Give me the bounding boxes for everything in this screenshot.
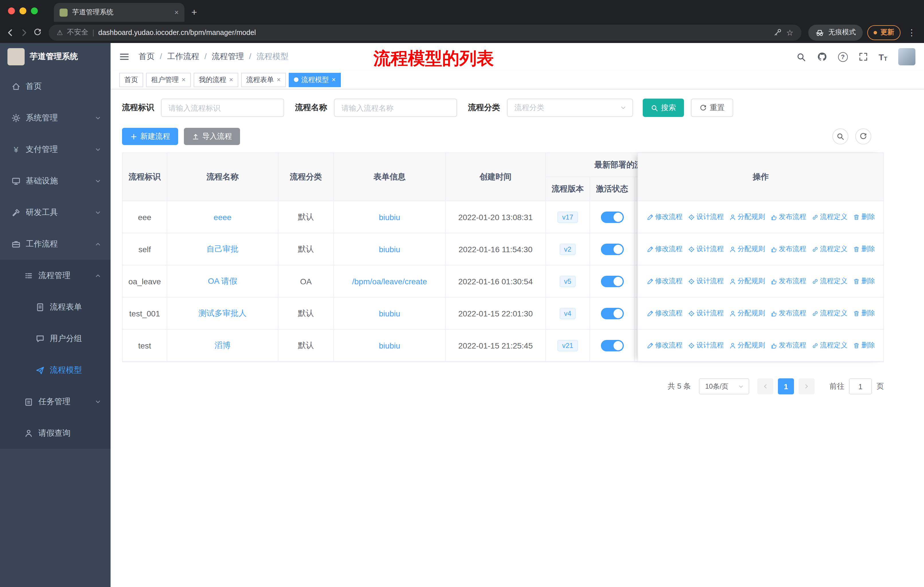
minimize-window-button[interactable]: [20, 7, 26, 14]
sidebar-item-process-management[interactable]: 流程管理: [0, 260, 111, 291]
tag-process-form[interactable]: 流程表单×: [241, 73, 286, 87]
delete-link[interactable]: 删除: [853, 212, 875, 222]
prev-page-button[interactable]: [757, 378, 773, 394]
close-icon[interactable]: ×: [277, 76, 281, 84]
breadcrumb-workflow[interactable]: 工作流程: [167, 51, 212, 62]
active-toggle[interactable]: [601, 275, 624, 287]
model-name-link[interactable]: 测试多审批人: [198, 308, 247, 318]
search-button[interactable]: 搜索: [643, 99, 684, 117]
publish-process-link[interactable]: 发布流程: [770, 308, 806, 318]
sidebar-item-payment[interactable]: ¥ 支付管理: [0, 134, 111, 165]
design-process-link[interactable]: 设计流程: [688, 341, 724, 350]
form-link[interactable]: biubiu: [379, 309, 401, 318]
refresh-table-button[interactable]: [855, 128, 871, 144]
new-tab-button[interactable]: +: [191, 7, 197, 18]
next-page-button[interactable]: [799, 378, 815, 394]
reload-icon[interactable]: [33, 28, 42, 37]
sidebar-collapse-icon[interactable]: [119, 51, 129, 62]
browser-menu-icon[interactable]: ⋮: [905, 27, 918, 38]
sidebar-item-devtools[interactable]: 研发工具: [0, 197, 111, 228]
model-name-link[interactable]: OA 请假: [208, 276, 238, 286]
tab-close-icon[interactable]: ×: [175, 8, 179, 17]
github-icon[interactable]: [817, 51, 827, 62]
assign-rule-link[interactable]: 分配规则: [729, 341, 765, 350]
delete-link[interactable]: 删除: [853, 308, 875, 318]
create-process-button[interactable]: 新建流程: [122, 128, 178, 145]
process-definition-link[interactable]: 流程定义: [812, 308, 848, 318]
sidebar-item-home[interactable]: 首页: [0, 71, 111, 102]
sidebar-item-system[interactable]: 系统管理: [0, 102, 111, 134]
close-icon[interactable]: ×: [332, 76, 336, 84]
category-select[interactable]: 流程分类: [507, 99, 633, 117]
tag-home[interactable]: 首页: [119, 73, 143, 87]
sidebar-item-task-management[interactable]: 任务管理: [0, 386, 111, 417]
model-name-link[interactable]: 自己审批: [206, 244, 239, 254]
window-controls[interactable]: [0, 0, 46, 22]
process-key-input[interactable]: [161, 99, 284, 117]
process-definition-link[interactable]: 流程定义: [812, 212, 848, 222]
model-name-link[interactable]: 滔博: [214, 340, 231, 351]
key-icon[interactable]: [774, 28, 782, 37]
design-process-link[interactable]: 设计流程: [688, 308, 724, 318]
import-process-button[interactable]: 导入流程: [184, 128, 240, 145]
delete-link[interactable]: 删除: [853, 244, 875, 254]
breadcrumb-process-management[interactable]: 流程管理: [212, 51, 257, 62]
model-name-link[interactable]: eeee: [214, 212, 231, 222]
help-icon[interactable]: ?: [838, 52, 848, 62]
current-page-button[interactable]: 1: [778, 378, 794, 394]
form-link[interactable]: biubiu: [379, 341, 401, 350]
tag-my-process[interactable]: 我的流程×: [194, 73, 238, 87]
modify-process-link[interactable]: 修改流程: [647, 341, 683, 350]
sidebar-item-leave-query[interactable]: 请假查询: [0, 417, 111, 449]
publish-process-link[interactable]: 发布流程: [770, 276, 806, 286]
process-definition-link[interactable]: 流程定义: [812, 276, 848, 286]
forward-icon[interactable]: [20, 28, 29, 37]
active-toggle[interactable]: [601, 340, 624, 351]
page-size-select[interactable]: 10条/页: [699, 378, 749, 394]
browser-tab[interactable]: 芋道管理系统 ×: [54, 3, 185, 22]
show-search-button[interactable]: [832, 128, 848, 144]
modify-process-link[interactable]: 修改流程: [647, 276, 683, 286]
assign-rule-link[interactable]: 分配规则: [729, 244, 765, 254]
close-icon[interactable]: ×: [182, 76, 186, 84]
sidebar-item-process-form[interactable]: 流程表单: [0, 291, 111, 323]
update-chrome-button[interactable]: 更新: [867, 25, 901, 40]
breadcrumb-home[interactable]: 首页: [139, 51, 167, 62]
form-link[interactable]: /bpm/oa/leave/create: [352, 276, 427, 286]
design-process-link[interactable]: 设计流程: [688, 244, 724, 254]
process-definition-link[interactable]: 流程定义: [812, 244, 848, 254]
modify-process-link[interactable]: 修改流程: [647, 244, 683, 254]
design-process-link[interactable]: 设计流程: [688, 212, 724, 222]
tag-tenant[interactable]: 租户管理×: [146, 73, 191, 87]
publish-process-link[interactable]: 发布流程: [770, 341, 806, 350]
maximize-window-button[interactable]: [31, 7, 38, 14]
design-process-link[interactable]: 设计流程: [688, 276, 724, 286]
close-icon[interactable]: ×: [229, 76, 233, 84]
close-window-button[interactable]: [8, 7, 15, 14]
assign-rule-link[interactable]: 分配规则: [729, 212, 765, 222]
publish-process-link[interactable]: 发布流程: [770, 244, 806, 254]
font-size-icon[interactable]: TT: [878, 52, 887, 62]
active-toggle[interactable]: [601, 243, 624, 255]
delete-link[interactable]: 删除: [853, 276, 875, 286]
sidebar-item-infrastructure[interactable]: 基础设施: [0, 165, 111, 197]
active-toggle[interactable]: [601, 308, 624, 319]
reset-button[interactable]: 重置: [691, 99, 733, 117]
publish-process-link[interactable]: 发布流程: [770, 212, 806, 222]
address-bar[interactable]: ⚠ 不安全 | dashboard.yudao.iocoder.cn/bpm/m…: [49, 24, 802, 40]
sidebar-item-process-model[interactable]: 流程模型: [0, 354, 111, 386]
modify-process-link[interactable]: 修改流程: [647, 212, 683, 222]
assign-rule-link[interactable]: 分配规则: [729, 308, 765, 318]
form-link[interactable]: biubiu: [379, 245, 401, 254]
bookmark-star-icon[interactable]: ☆: [786, 28, 794, 37]
goto-page-input[interactable]: [849, 378, 872, 394]
fullscreen-icon[interactable]: [858, 52, 868, 61]
tag-process-model[interactable]: 流程模型×: [289, 73, 341, 87]
modify-process-link[interactable]: 修改流程: [647, 308, 683, 318]
process-definition-link[interactable]: 流程定义: [812, 341, 848, 350]
process-name-input[interactable]: [334, 99, 457, 117]
assign-rule-link[interactable]: 分配规则: [729, 276, 765, 286]
user-avatar[interactable]: [898, 48, 916, 65]
search-icon[interactable]: [796, 52, 806, 62]
sidebar-item-workflow[interactable]: 工作流程: [0, 228, 111, 260]
